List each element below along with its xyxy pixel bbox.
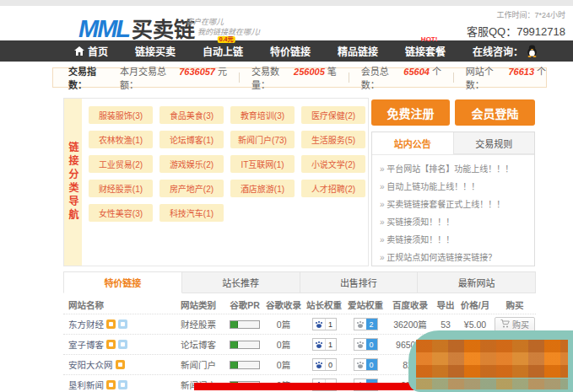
nav-label: 特价链接 xyxy=(270,44,311,58)
nav-item-link-package[interactable]: HOT! 链接套餐 xyxy=(405,44,446,58)
category-item[interactable]: 医疗保健(2) xyxy=(301,106,365,124)
site-orange-badge-icon xyxy=(106,340,116,349)
category-item[interactable]: 食品美食(3) xyxy=(159,106,224,124)
col-buy: 购买 xyxy=(494,298,536,311)
webmaster-weight-badge: 1 xyxy=(312,318,337,330)
service-qq: 客服QQ：79912718 xyxy=(467,23,565,39)
nav-label: 链接套餐 xyxy=(405,44,446,58)
google-pr-cell xyxy=(225,361,264,369)
category-item[interactable]: 工业贸易(2) xyxy=(89,155,153,173)
nav-item-link-trade[interactable]: 链接买卖 xyxy=(135,44,176,58)
category-item[interactable]: 论坛博客(1) xyxy=(159,131,224,148)
register-button[interactable]: 免费注册 xyxy=(371,99,450,126)
listing-tabs: 特价链接 站长推荐 出售排行 最新网站 xyxy=(63,271,536,293)
webmaster-weight-cell: 1 xyxy=(303,338,345,351)
nav-label: 精品链接 xyxy=(338,44,378,58)
category-item[interactable]: 人才招聘(2) xyxy=(301,180,365,197)
category-item[interactable]: 新闻门户(73) xyxy=(230,131,295,148)
tab-sales-ranking[interactable]: 出售排行 xyxy=(300,271,419,293)
site-blue-badge-icon xyxy=(118,320,127,329)
export-count: 53 xyxy=(435,320,457,330)
category-item[interactable]: 游戏娱乐(2) xyxy=(159,155,224,173)
site-blue-badge-icon xyxy=(118,380,127,389)
google-pr-cell xyxy=(225,341,264,349)
category-item[interactable]: 生活服务(5) xyxy=(301,131,365,148)
paw-icon-gray xyxy=(354,359,366,370)
tagline-line1: 客户在哪儿 xyxy=(186,17,261,27)
login-button[interactable]: 会员登陆 xyxy=(455,99,535,126)
notice-tabs: 站内公告 交易规则 xyxy=(372,132,534,155)
site-link[interactable]: 室子博客 xyxy=(68,338,104,351)
aizhan-weight-cell: 2 xyxy=(345,318,386,330)
stat-member-total: 会员总数： 65604 个 xyxy=(361,64,441,91)
site-name-cell: 垦利新闻 xyxy=(63,379,171,391)
tagline: 客户在哪儿 我的链接就在哪儿! xyxy=(186,17,261,37)
pagerank-bar xyxy=(230,320,260,329)
notice-item[interactable]: 买链接须知！！！ xyxy=(380,213,527,231)
site-name-cell: 安阳大众网 xyxy=(63,358,171,371)
nav-label: 自动上链 xyxy=(203,44,243,58)
hot-badge: HOT! xyxy=(419,36,440,43)
category-item[interactable]: 教育培训(3) xyxy=(230,106,295,124)
nav-item-auto-link[interactable]: 0.4元 自动上链 xyxy=(203,44,243,58)
notice-list: 平台网站【排名】功能上线！！！ 自动上链功能上线！！！ 买卖链链接套餐正式上线！… xyxy=(372,155,534,271)
red-highlight-bar xyxy=(194,383,416,390)
site-orange-badge-icon xyxy=(106,380,116,389)
category-item[interactable]: 财经股票(1) xyxy=(89,180,153,197)
nav-item-online-consult[interactable]: 在线咨询： xyxy=(473,44,538,58)
notice-item[interactable]: 卖链接须知！！！ xyxy=(380,231,527,249)
tab-webmaster-recommend[interactable]: 站长推荐 xyxy=(182,271,300,293)
site-orange-badge-icon xyxy=(116,360,125,369)
webmaster-weight-cell: 0 xyxy=(303,358,345,371)
stat-trade-count: 交易数量： 256005 笔 xyxy=(251,64,337,91)
site-category: 新闻门户 xyxy=(171,358,225,371)
aizhan-weight-badge: 0 xyxy=(354,358,378,371)
aizhan-weight-badge: 0 xyxy=(354,338,378,351)
site-link[interactable]: 安阳大众网 xyxy=(68,358,113,371)
category-item[interactable]: 科技汽车(1) xyxy=(159,204,224,222)
logo[interactable]: MML 买卖链 xyxy=(78,13,195,43)
cart-icon xyxy=(500,320,510,330)
notice-item[interactable]: 正规站点如何选链接买链接？ xyxy=(380,249,527,266)
tab-trade-rules[interactable]: 交易规则 xyxy=(453,132,535,154)
category-item[interactable]: IT互联网(1) xyxy=(230,155,295,173)
nav-item-home[interactable]: 首页 xyxy=(74,44,108,58)
col-google-included: 谷歌收录 xyxy=(264,298,303,311)
pagerank-bar xyxy=(230,341,260,349)
aizhan-weight-badge: 2 xyxy=(354,318,378,330)
notice-item[interactable]: 买卖链链接套餐正式上线！！！ xyxy=(380,196,527,213)
notice-item[interactable]: 自动上链功能上线！！！ xyxy=(380,178,527,196)
aizhan-weight-cell: 0 xyxy=(345,338,386,351)
top-strip xyxy=(0,0,573,6)
col-site-name: 网站名称 xyxy=(63,298,171,311)
site-blue-badge-icon xyxy=(118,340,127,349)
category-item[interactable]: 农林牧渔(1) xyxy=(89,131,153,148)
nav-item-special-links[interactable]: 特价链接 xyxy=(270,44,311,58)
category-item[interactable]: 小说文学(2) xyxy=(301,155,365,173)
tab-newest-sites[interactable]: 最新网站 xyxy=(418,271,536,293)
page: MML 买卖链 客户在哪儿 我的链接就在哪儿! 工作时间：7*24小时 客服QQ… xyxy=(0,0,573,392)
notice-item[interactable]: 平台网站【排名】功能上线！！！ xyxy=(380,160,527,178)
site-orange-badge-icon xyxy=(106,320,116,329)
nav-item-premium-links[interactable]: 精品链接 xyxy=(338,44,378,58)
category-item[interactable]: 酒店旅游(1) xyxy=(230,180,295,197)
site-link[interactable]: 垦利新闻 xyxy=(68,379,104,391)
buy-button[interactable]: 购买 xyxy=(495,317,535,332)
qq-penguin-icon xyxy=(527,45,538,57)
webmaster-weight-badge: 0 xyxy=(312,358,337,371)
divider xyxy=(239,72,240,83)
category-item[interactable]: 女性美容(3) xyxy=(89,204,153,222)
paw-icon-gray xyxy=(354,339,366,350)
category-item[interactable]: 服装服饰(3) xyxy=(89,106,153,124)
tab-special-price-links[interactable]: 特价链接 xyxy=(63,271,182,293)
tab-site-announcements[interactable]: 站内公告 xyxy=(372,132,453,154)
contact-info: 工作时间：7*24小时 客服QQ：79912718 xyxy=(467,9,565,39)
home-icon xyxy=(74,46,84,56)
webmaster-weight-badge: 1 xyxy=(312,338,337,351)
site-link[interactable]: 东方财经 xyxy=(68,318,104,330)
table-header: 网站名称 网站类别 谷歌PR 谷歌收录 站长权重 爱站权重 百度收录 导出 价格… xyxy=(63,295,536,314)
stats-label: 交易指数： xyxy=(68,64,111,91)
category-item[interactable]: 房产地产(2) xyxy=(159,180,224,197)
censored-mosaic-overlay xyxy=(408,330,573,392)
pagerank-bar xyxy=(230,361,260,369)
